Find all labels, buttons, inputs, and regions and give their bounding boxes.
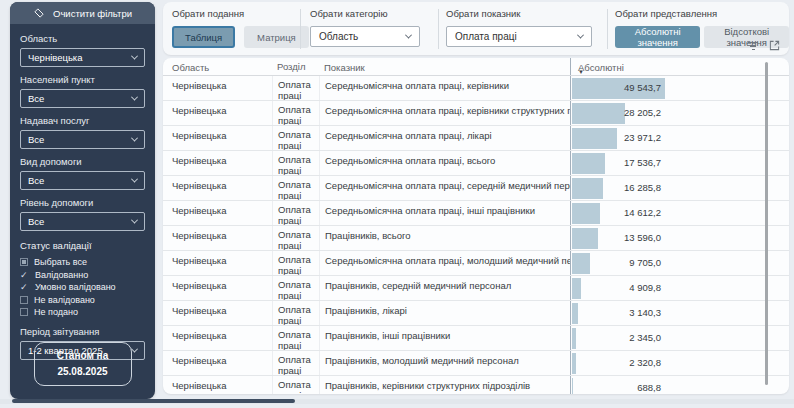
cell-region: Чернівецька (163, 351, 272, 375)
table-row: ЧернівецькаОплата праціСередньомісячна о… (163, 101, 789, 126)
validation-option[interactable]: Выбрать все (20, 256, 145, 269)
filter-sidebar: Очистити фільтри ОбластьЧернівецькаНасел… (10, 2, 155, 399)
table-row: ЧернівецькаОплата праціПрацівників, ліка… (163, 301, 789, 326)
cell-section: Оплата праці (272, 126, 319, 150)
horizontal-scrollbar-track[interactable] (0, 399, 794, 404)
representation-toggle-button[interactable]: Абсолютні значення (615, 26, 700, 48)
filter-group: Надавач послугВсе (20, 115, 145, 149)
filter-dropdown[interactable]: Все (20, 212, 145, 231)
clear-filters-button[interactable]: Очистити фільтри (10, 2, 155, 24)
column-header-section[interactable]: Розділ (272, 58, 319, 75)
validation-status-block: Статус валідації Выбрать все✓Валідованно… (20, 240, 145, 319)
cell-value: 2 345,0 (570, 326, 665, 350)
table-vertical-scrollbar[interactable] (765, 62, 768, 385)
view-toggle-button[interactable]: Таблиця (172, 26, 235, 48)
table-row: ЧернівецькаОплата праціПрацівників, кері… (163, 376, 789, 394)
filter-label: Населений пункт (20, 74, 145, 85)
category-dropdown[interactable]: Область (310, 26, 420, 47)
value-label: 13 596,0 (624, 232, 661, 243)
cell-section: Оплата праці (272, 226, 319, 250)
filter-icon[interactable] (746, 40, 760, 53)
indicator-dropdown[interactable]: Оплата праці (446, 26, 592, 47)
cell-indicator: Працівників, молодший медичний персонал (319, 351, 570, 375)
sort-descending-icon: ▼ (578, 69, 584, 75)
validation-option[interactable]: Не валідовано (20, 294, 145, 307)
cell-indicator: Середньомісячна оплата праці, керівники (319, 76, 570, 100)
toolbar-divider (300, 9, 301, 49)
filter-dropdown[interactable]: Все (20, 171, 145, 190)
filter-group: ОбластьЧернівецька (20, 33, 145, 67)
filter-groups: ОбластьЧернівецькаНаселений пунктВсеНада… (10, 24, 155, 231)
cell-section: Оплата праці (272, 251, 319, 275)
cell-value: 13 596,0 (570, 226, 665, 250)
column-header-indicator[interactable]: Показник (319, 58, 570, 75)
eraser-icon (33, 7, 45, 19)
cell-section: Оплата праці (272, 76, 319, 100)
cell-region: Чернівецька (163, 201, 272, 225)
filter-group: Рівень допомогиВсе (20, 197, 145, 231)
table-row: ЧернівецькаОплата праціСередньомісячна о… (163, 251, 789, 276)
filter-label: Вид допомоги (20, 156, 145, 167)
table-row: ЧернівецькаОплата праціСередньомісячна о… (163, 151, 789, 176)
cell-value: 23 971,2 (570, 126, 665, 150)
filter-label: Рівень допомоги (20, 197, 145, 208)
reporting-period-label: Період звітування (20, 326, 145, 337)
filter-value: Все (28, 134, 44, 145)
horizontal-scrollbar-thumb[interactable] (12, 399, 295, 403)
chevron-down-icon (131, 135, 138, 142)
cell-section: Оплата праці (272, 176, 319, 200)
as-of-date-box: Станом на 25.08.2025 (34, 342, 132, 386)
table-row: ЧернівецькаОплата праціПрацівників, сере… (163, 276, 789, 301)
cell-section: Оплата праці (272, 276, 319, 300)
cell-value: 17 536,7 (570, 151, 665, 175)
cell-section: Оплата праці (272, 326, 319, 350)
table-row: ЧернівецькаОплата праціСередньомісячна о… (163, 76, 789, 101)
validation-status-label: Статус валідації (20, 240, 145, 251)
value-label: 4 909,8 (629, 282, 661, 293)
filter-dropdown[interactable]: Все (20, 130, 145, 149)
toolbar: Обрати подання ТаблицяМатриця Обрати кат… (163, 2, 789, 55)
table-row: ЧернівецькаОплата праціСередньомісячна о… (163, 176, 789, 201)
value-label: 2 345,0 (629, 332, 661, 343)
value-label: 2 320,8 (629, 357, 661, 368)
validation-option[interactable]: ✓Валідованно (20, 269, 145, 282)
cell-value: 2 320,8 (570, 351, 665, 375)
chevron-down-icon (131, 345, 138, 352)
cell-indicator: Середньомісячна оплата праці, середній м… (319, 176, 570, 200)
column-header-value[interactable]: Абсолютні значення ▼ (570, 58, 665, 75)
filter-dropdown[interactable]: Все (20, 89, 145, 108)
focus-mode-icon[interactable] (769, 40, 780, 51)
chevron-down-icon (131, 176, 138, 183)
cell-value: 28 205,2 (570, 101, 665, 125)
value-label: 28 205,2 (624, 107, 661, 118)
value-bar (572, 278, 581, 299)
cell-region: Чернівецька (163, 301, 272, 325)
filter-value: Чернівецька (28, 52, 83, 63)
validation-option-label: Не валідовано (34, 295, 95, 305)
cell-indicator: Працівників, всього (319, 226, 570, 250)
filter-dropdown[interactable]: Чернівецька (20, 48, 145, 67)
chevron-down-icon (405, 32, 412, 39)
table-row: ЧернівецькаОплата праціСередньомісячна о… (163, 126, 789, 151)
column-header-value-label: Абсолютні значення (578, 62, 624, 75)
value-bar (572, 378, 573, 395)
value-label: 9 705,0 (629, 257, 661, 268)
cell-region: Чернівецька (163, 151, 272, 175)
column-header-region[interactable]: Область (163, 58, 272, 75)
value-label: 17 536,7 (624, 157, 661, 168)
view-section: Обрати подання ТаблицяМатриця (172, 8, 309, 48)
indicator-value: Оплата праці (455, 31, 517, 42)
clear-filters-label: Очистити фільтри (53, 8, 132, 19)
cell-value: 16 285,8 (570, 176, 665, 200)
table-row: ЧернівецькаОплата праціПрацівників, всьо… (163, 226, 789, 251)
indicator-section-label: Обрати показник (446, 8, 592, 19)
validation-option[interactable]: ✓Умовно валідовано (20, 281, 145, 294)
view-section-label: Обрати подання (172, 8, 309, 19)
validation-option[interactable]: Не подано (20, 306, 145, 319)
filter-group: Населений пунктВсе (20, 74, 145, 108)
cell-region: Чернівецька (163, 176, 272, 200)
as-of-date: 25.08.2025 (35, 364, 131, 380)
cell-indicator: Середньомісячна оплата праці, молодший м… (319, 251, 570, 275)
validation-option-label: Выбрать все (34, 257, 87, 267)
filter-value: Все (28, 216, 44, 227)
